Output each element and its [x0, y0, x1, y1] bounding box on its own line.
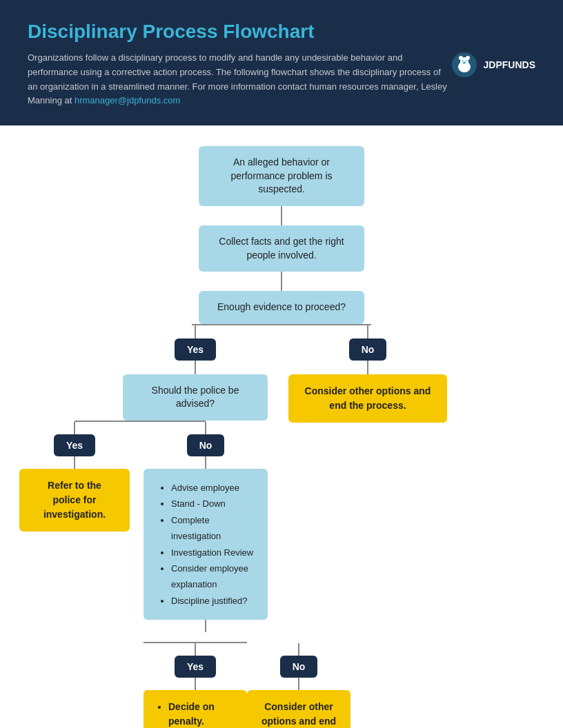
box-collect-facts: Collect facts and get the right people i…: [199, 225, 364, 272]
flowchart-area: An alleged behavior or performance probl…: [0, 125, 563, 728]
box-consider-other-2: Consider other options and end the proce…: [247, 690, 350, 728]
branch-yes-police: Yes Refer to the police for investigatio…: [9, 422, 140, 532]
connector-1: [281, 206, 282, 225]
box-investigation-steps: Advise employee Stand - Down Complete in…: [144, 469, 268, 620]
list-item: Complete investigation: [171, 512, 254, 545]
yes-label-2: Yes: [54, 434, 95, 456]
connector-2: [281, 272, 282, 291]
sub-branch-police: Yes Refer to the police for investigatio…: [9, 421, 271, 728]
branch-discipline-labels: Yes Decide on penalty. Implement. End th…: [144, 643, 350, 728]
no-label-1: No: [349, 338, 387, 361]
box-police-advised: Should the police be advised?: [123, 374, 268, 421]
box-refer-police: Refer to the police for investigation.: [19, 469, 130, 532]
yes-label-1: Yes: [175, 338, 216, 361]
list-item: Consider employee explanation: [171, 560, 254, 593]
logo-icon: [451, 51, 478, 79]
svg-point-6: [465, 60, 466, 61]
page-title: Disciplinary Process Flowchart: [28, 21, 451, 43]
branch-no-police: No Advise employee Stand - Down Complete…: [140, 422, 271, 728]
list-item: Advise employee: [171, 480, 254, 496]
no-label-3: No: [280, 656, 318, 678]
list-item: Investigation Review: [171, 545, 254, 560]
header: Disciplinary Process Flowchart Organizat…: [0, 0, 563, 125]
svg-point-3: [459, 56, 463, 60]
svg-point-5: [462, 60, 463, 61]
list-item: Stand - Down: [171, 496, 254, 512]
header-left: Disciplinary Process Flowchart Organizat…: [28, 21, 451, 108]
branch-yes-1: Yes Should the police be advised?: [109, 325, 282, 728]
branch-yes-discipline: Yes Decide on penalty. Implement. End th…: [144, 643, 247, 728]
list-item: Decide on penalty.: [168, 700, 233, 728]
box-penalty: Decide on penalty. Implement. End the pr…: [144, 690, 247, 728]
header-description: Organizations follow a disciplinary proc…: [28, 51, 451, 108]
list-item: Discipline justified?: [171, 593, 254, 609]
logo-area: JDPFUNDS: [451, 51, 535, 79]
no-label-2: No: [187, 434, 225, 456]
svg-point-4: [466, 56, 470, 60]
yes-label-3: Yes: [175, 656, 216, 678]
branch-discipline: [144, 632, 350, 643]
svg-point-7: [462, 61, 466, 63]
branch-no-1: No Consider other options and end the pr…: [282, 325, 454, 423]
box-alleged-behavior: An alleged behavior or performance probl…: [199, 146, 364, 206]
branch-no-discipline: No Consider other options and end the pr…: [247, 643, 350, 728]
email-link[interactable]: hrmanager@jdpfunds.com: [75, 95, 180, 105]
box-consider-other-1: Consider other options and end the proce…: [288, 374, 447, 423]
logo-text: JDPFUNDS: [484, 59, 535, 70]
branch-evidence: Yes Should the police be advised?: [109, 324, 454, 728]
box-enough-evidence: Enough evidence to proceed?: [199, 291, 364, 324]
